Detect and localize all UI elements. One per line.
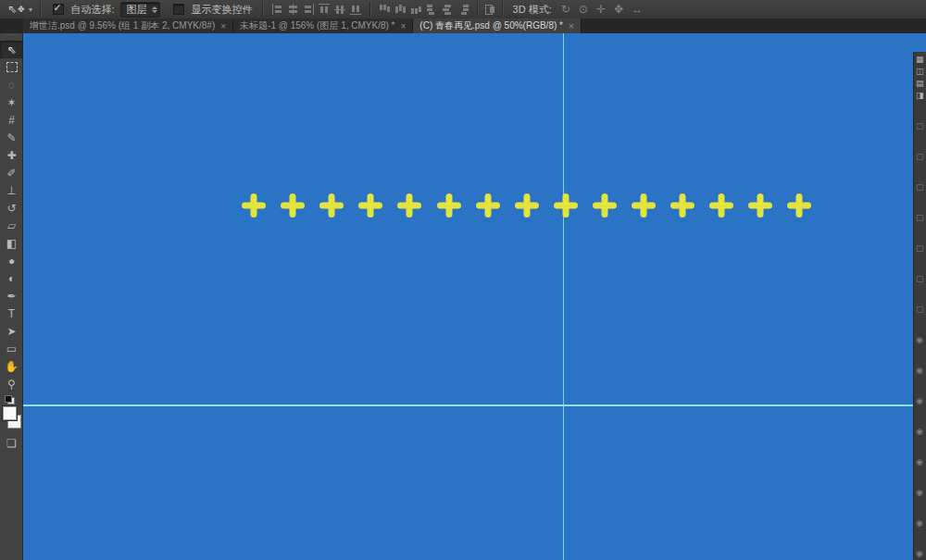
tool-preset-picker[interactable]: ⇖ ✥ ▼: [7, 3, 34, 16]
crop-tool[interactable]: #: [0, 111, 23, 129]
align-top-edges-icon[interactable]: [319, 4, 331, 15]
dodge-tool[interactable]: ◐: [0, 269, 23, 287]
3d-mode-label: 3D 模式:: [513, 3, 552, 17]
pen-tool[interactable]: ✒: [0, 287, 23, 305]
document-tab-1[interactable]: 增世洁.psd @ 9.56% (组 1 副本 2, CMYK/8#)×: [23, 19, 233, 33]
plus-mark-4: [358, 193, 382, 218]
healing-brush-tool[interactable]: ✚: [0, 146, 23, 164]
document-canvas[interactable]: [23, 33, 926, 560]
align-left-edges-icon[interactable]: [271, 4, 283, 15]
foreground-color-swatch[interactable]: [3, 406, 17, 420]
distribute-bottom-edges-icon[interactable]: [410, 4, 422, 15]
layer-visibility-icon[interactable]: ◉: [916, 458, 926, 467]
path-selection-tool[interactable]: ➤: [0, 322, 23, 340]
screen-mode-button[interactable]: ❏: [0, 434, 23, 452]
auto-select-checkbox[interactable]: [53, 4, 64, 15]
plus-mark-14: [748, 193, 772, 218]
align-horizontal-centers-icon[interactable]: [287, 4, 299, 15]
foreground-background-swatches[interactable]: [2, 406, 22, 429]
distribute-right-edges-icon[interactable]: [457, 4, 469, 15]
vertical-guide[interactable]: [563, 33, 564, 560]
gradient-tool[interactable]: ◧: [0, 234, 23, 252]
eyedropper-tool[interactable]: ✎: [0, 129, 23, 146]
panel-row-icon: ▢: [916, 122, 926, 131]
align-vertical-centers-icon[interactable]: [334, 4, 346, 15]
clone-stamp-tool[interactable]: ⊥: [0, 181, 23, 199]
close-icon[interactable]: ×: [220, 21, 226, 31]
hand-tool[interactable]: ✋: [0, 357, 23, 375]
align-right-edges-icon[interactable]: [303, 4, 315, 15]
clone-stamp-tool-icon: ⊥: [6, 185, 16, 196]
rectangular-marquee-tool-icon: [6, 62, 18, 72]
distribute-horizontal-centers-icon[interactable]: [442, 4, 454, 15]
stepper-icon: [152, 6, 157, 13]
crop-tool-icon: #: [8, 115, 15, 126]
layer-visibility-icon[interactable]: ◉: [916, 489, 926, 497]
3d-roll-icon[interactable]: ⊙: [579, 3, 588, 16]
panel-tab-icon[interactable]: ◫: [916, 68, 926, 76]
3d-scale-icon[interactable]: ↔: [632, 3, 643, 16]
auto-align-layers-icon[interactable]: [484, 4, 496, 15]
default-swatches-icon[interactable]: [5, 395, 15, 404]
move-tool[interactable]: ⇖: [0, 41, 23, 58]
right-panel-dock[interactable]: ▦◫▤◨▢▢▢▢▢▢▢◉◉◉◉◉◉◉◉: [913, 52, 926, 560]
horizontal-guide[interactable]: [23, 404, 926, 406]
zoom-tool[interactable]: ⚲: [0, 375, 23, 392]
distribute-vertical-centers-icon[interactable]: [394, 4, 407, 15]
layer-visibility-icon[interactable]: ◉: [916, 397, 926, 405]
close-icon[interactable]: ×: [400, 21, 406, 31]
auto-select-target-value: 图层: [127, 3, 147, 17]
3d-rotate-icon[interactable]: ↻: [561, 3, 570, 16]
layer-visibility-icon[interactable]: ◉: [916, 519, 926, 528]
3d-pan-icon[interactable]: ✛: [596, 3, 606, 16]
dodge-tool-icon: ◐: [8, 273, 15, 284]
panel-tab-icon[interactable]: ▦: [916, 56, 926, 64]
auto-select-target-dropdown[interactable]: 图层: [120, 2, 160, 18]
layer-visibility-icon[interactable]: ◉: [916, 550, 926, 558]
panel-tab-icon[interactable]: ◨: [916, 92, 926, 100]
panel-grip[interactable]: [6, 34, 17, 41]
blur-tool[interactable]: ●: [0, 252, 23, 269]
panel-row-icon: ▢: [916, 244, 926, 253]
close-icon[interactable]: ×: [569, 21, 574, 31]
quick-selection-tool[interactable]: ✶: [0, 93, 23, 111]
plus-mark-9: [554, 193, 578, 218]
align-icons-group: [271, 4, 362, 15]
document-tab-2[interactable]: 未标题-1 @ 156% (图层 1, CMYK/8) *×: [233, 19, 413, 33]
align-bottom-edges-icon[interactable]: [350, 4, 362, 15]
plus-mark-6: [437, 193, 461, 218]
show-transform-checkbox[interactable]: [173, 4, 184, 15]
pen-tool-icon: ✒: [6, 291, 16, 302]
healing-brush-tool-icon: ✚: [6, 150, 16, 161]
document-tab-title: 未标题-1 @ 156% (图层 1, CMYK/8) *: [240, 19, 394, 32]
type-tool[interactable]: T: [0, 305, 23, 322]
zoom-tool-icon: ⚲: [7, 379, 16, 390]
auto-select-label: 自动选择:: [71, 3, 115, 17]
lasso-tool[interactable]: ◌: [0, 76, 23, 93]
chevron-down-icon: ▼: [28, 6, 34, 13]
gradient-tool-icon: ◧: [6, 238, 17, 249]
divider: [369, 2, 371, 17]
options-bar: ⇖ ✥ ▼ 自动选择: 图层 显示变换控件 3D 模式: ↻⊙✛✥↔: [0, 0, 926, 19]
shape-tool[interactable]: ▭: [0, 340, 23, 357]
layer-visibility-icon[interactable]: ◉: [916, 428, 926, 436]
divider: [40, 2, 42, 17]
plus-mark-2: [281, 193, 305, 218]
plus-mark-12: [670, 193, 694, 218]
brush-tool[interactable]: ✐: [0, 164, 23, 181]
3d-slide-icon[interactable]: ✥: [614, 3, 623, 16]
panel-tab-icon[interactable]: ▤: [916, 80, 926, 88]
document-tab-3[interactable]: (C) 青春再见.psd @ 50%(RGB/8) *×: [413, 19, 581, 33]
plus-mark-1: [242, 193, 266, 218]
panel-row-icon: ▢: [916, 214, 926, 222]
panel-row-icon: ▢: [916, 305, 926, 314]
tools-panel: ⇖◌✶#✎✚✐⊥↺▱◧●◐✒T➤▭✋⚲ ❏: [0, 33, 23, 560]
distribute-left-edges-icon[interactable]: [426, 4, 438, 15]
history-brush-tool[interactable]: ↺: [0, 199, 23, 217]
3d-mode-icons-group: ↻⊙✛✥↔: [561, 3, 643, 16]
eraser-tool[interactable]: ▱: [0, 217, 23, 234]
layer-visibility-icon[interactable]: ◉: [916, 336, 926, 344]
distribute-top-edges-icon[interactable]: [379, 4, 391, 15]
layer-visibility-icon[interactable]: ◉: [916, 367, 926, 375]
rectangular-marquee-tool[interactable]: [0, 58, 23, 76]
